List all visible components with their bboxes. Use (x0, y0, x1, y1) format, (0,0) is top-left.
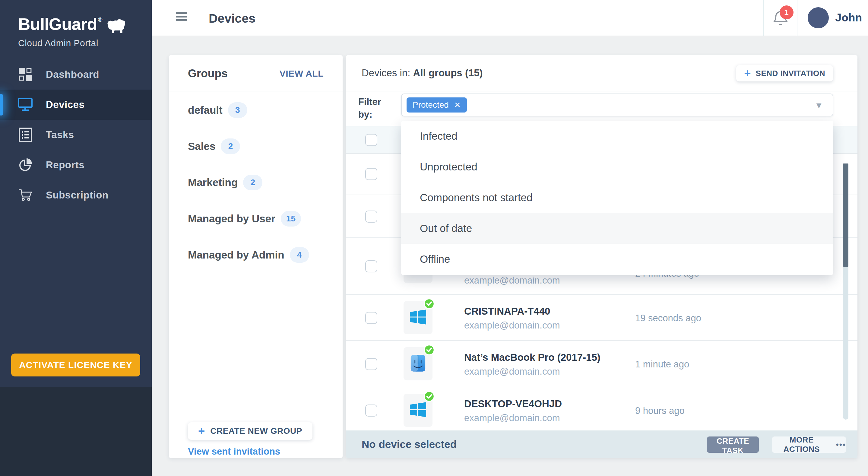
group-item-managed-by-user[interactable]: Managed by User 15 (188, 211, 301, 227)
task-list-icon (18, 128, 33, 142)
row-checkbox[interactable] (365, 211, 377, 222)
user-menu[interactable]: John (808, 0, 862, 36)
device-name: CRISTINAPA-T440 (464, 305, 550, 317)
scrollbar-thumb[interactable] (843, 163, 848, 267)
notification-badge: 1 (780, 5, 794, 19)
notifications-button[interactable]: 1 (763, 0, 798, 36)
sidebar-item-label: Devices (46, 99, 85, 110)
bell-icon (772, 23, 789, 28)
brand-subtitle: Cloud Admin Portal (18, 38, 126, 48)
dropdown-option-unprotected[interactable]: Unprotected (401, 151, 833, 182)
pie-chart-icon (18, 158, 33, 172)
table-row[interactable]: Nat’s MacBook Pro (2017-15) example@doma… (346, 340, 858, 387)
sidebar-item-label: Tasks (46, 129, 74, 141)
group-item-sales[interactable]: Sales 2 (188, 139, 240, 154)
dashboard-icon (18, 67, 33, 82)
hamburger-menu-icon[interactable] (176, 12, 187, 24)
device-email: example@domain.com (464, 275, 560, 286)
groups-panel: Groups VIEW ALL default 3 Sales 2 Market… (169, 55, 343, 458)
more-actions-button[interactable]: MORE ACTIONS ••• (772, 437, 846, 453)
view-all-link[interactable]: VIEW ALL (280, 68, 323, 79)
app-root: BullGuard ® Cloud Admin Portal D (0, 0, 868, 476)
dropdown-option-components-not-started[interactable]: Components not started (401, 182, 833, 213)
group-item-managed-by-admin[interactable]: Managed by Admin 4 (188, 247, 309, 263)
row-checkbox[interactable] (365, 312, 377, 324)
device-os-tile (404, 301, 433, 334)
activate-licence-key-button[interactable]: ACTIVATE LICENCE KEY (11, 354, 140, 377)
device-os-tile (404, 347, 433, 380)
windows-icon (409, 308, 427, 327)
sidebar-item-reports[interactable]: Reports (0, 150, 152, 180)
top-header: Devices 1 John (152, 0, 868, 36)
dropdown-option-out-of-date[interactable]: Out of date (401, 213, 833, 244)
sidebar-item-label: Subscription (46, 189, 108, 201)
chip-remove-icon[interactable]: ✕ (454, 100, 461, 110)
selection-footer-bar: No device selected CREATE TASK MORE ACTI… (346, 430, 858, 458)
brand-name: BullGuard (18, 16, 97, 33)
sidebar: BullGuard ® Cloud Admin Portal D (0, 0, 152, 476)
brand-logo: BullGuard ® Cloud Admin Portal (18, 16, 126, 48)
group-item-default[interactable]: default 3 (188, 102, 247, 118)
create-task-button[interactable]: CREATE TASK (707, 437, 759, 453)
plus-icon: + (744, 67, 751, 79)
page-title: Devices (209, 11, 255, 26)
protected-status-icon (424, 344, 435, 357)
registered-mark: ® (98, 16, 102, 23)
device-os-tile (404, 394, 433, 427)
active-indicator (0, 94, 3, 116)
avatar (808, 7, 829, 28)
sidebar-item-subscription[interactable]: Subscription (0, 180, 152, 210)
device-name: Nat’s MacBook Pro (2017-15) (464, 352, 600, 363)
devices-heading-group: All groups (15) (413, 67, 483, 79)
filter-input[interactable]: Protected ✕ ▼ (401, 93, 833, 116)
sidebar-nav: Dashboard Devices (0, 59, 152, 210)
filter-dropdown-menu: Infected Unprotected Components not star… (401, 121, 833, 275)
protected-status-icon (424, 391, 435, 403)
group-count-badge: 2 (221, 139, 240, 154)
select-all-checkbox[interactable] (365, 134, 377, 146)
device-last-seen: 9 hours ago (635, 406, 685, 416)
bulldog-icon (105, 19, 126, 36)
filter-chip-protected[interactable]: Protected ✕ (407, 97, 467, 113)
groups-title: Groups (188, 67, 228, 80)
devices-heading: Devices in: All groups (15) (362, 67, 483, 79)
filter-by-label: Filter by: (358, 96, 381, 121)
user-name: John (835, 11, 862, 24)
row-checkbox[interactable] (365, 260, 377, 272)
group-item-marketing[interactable]: Marketing 2 (188, 175, 262, 190)
device-email: example@domain.com (464, 366, 560, 377)
plus-icon: + (198, 425, 205, 437)
scrollbar-track[interactable] (843, 163, 848, 420)
device-last-seen: 1 minute ago (635, 359, 689, 370)
windows-icon (409, 401, 427, 420)
sidebar-footer: Support Privacy Policy Feedback (0, 387, 152, 476)
create-new-group-button[interactable]: + CREATE NEW GROUP (188, 422, 312, 440)
sidebar-item-devices[interactable]: Devices (0, 90, 152, 120)
device-name: DESKTOP-VE4OHJD (464, 398, 562, 410)
device-last-seen: 19 seconds ago (635, 313, 701, 324)
table-row[interactable]: CRISTINAPA-T440 example@domain.com 19 se… (346, 294, 858, 340)
chevron-down-icon[interactable]: ▼ (815, 101, 823, 110)
group-count-badge: 2 (243, 175, 262, 190)
sidebar-item-tasks[interactable]: Tasks (0, 120, 152, 150)
devices-panel: Devices in: All groups (15) + SEND INVIT… (346, 55, 858, 458)
device-email: example@domain.com (464, 413, 560, 423)
group-count-badge: 3 (228, 102, 247, 118)
row-checkbox[interactable] (365, 168, 377, 180)
device-email: example@domain.com (464, 320, 560, 331)
send-invitation-button[interactable]: + SEND INVITATION (736, 65, 833, 82)
selection-status-text: No device selected (362, 438, 457, 450)
group-count-badge: 15 (281, 211, 301, 227)
dropdown-option-infected[interactable]: Infected (401, 121, 833, 151)
dropdown-option-offline[interactable]: Offline (401, 244, 833, 274)
row-checkbox[interactable] (365, 358, 377, 370)
table-row[interactable]: DESKTOP-VE4OHJD example@domain.com 9 hou… (346, 387, 858, 431)
devices-panel-header: Devices in: All groups (15) + SEND INVIT… (346, 55, 858, 91)
sidebar-item-label: Dashboard (46, 69, 99, 80)
ellipsis-icon: ••• (836, 440, 846, 449)
sidebar-item-dashboard[interactable]: Dashboard (0, 59, 152, 90)
view-sent-invitations-link[interactable]: View sent invitations (188, 446, 280, 457)
main-content: Groups VIEW ALL default 3 Sales 2 Market… (152, 36, 868, 476)
row-checkbox[interactable] (365, 405, 377, 417)
monitor-icon (18, 97, 33, 112)
